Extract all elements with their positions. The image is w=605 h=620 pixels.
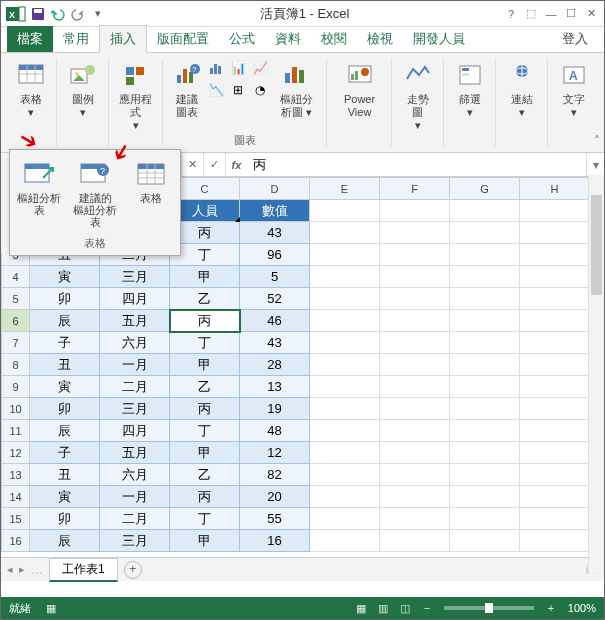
cell[interactable]: 丙 (170, 398, 240, 420)
row-header[interactable]: 7 (2, 332, 30, 354)
cell[interactable] (380, 244, 450, 266)
cell[interactable]: 20 (240, 486, 310, 508)
redo-icon[interactable] (69, 5, 87, 23)
chart-small-6-icon[interactable]: ◔ (250, 80, 270, 100)
cell[interactable] (380, 398, 450, 420)
cell[interactable] (520, 222, 590, 244)
zoom-in-button[interactable]: + (541, 600, 561, 616)
cell[interactable] (380, 288, 450, 310)
cell[interactable] (380, 354, 450, 376)
cell[interactable] (520, 310, 590, 332)
sheet-nav-next-icon[interactable]: ▸ (19, 563, 25, 576)
zoom-level[interactable]: 100% (568, 602, 596, 614)
cell[interactable]: 寅 (30, 486, 100, 508)
cell[interactable] (310, 332, 380, 354)
cell[interactable] (380, 442, 450, 464)
row-header[interactable]: 14 (2, 486, 30, 508)
tab-view[interactable]: 檢視 (357, 26, 403, 52)
cell[interactable] (520, 420, 590, 442)
cell[interactable]: 四月 (100, 420, 170, 442)
tab-formulas[interactable]: 公式 (219, 26, 265, 52)
row-header[interactable]: 16 (2, 530, 30, 552)
cell[interactable]: 43 (240, 332, 310, 354)
col-header-D[interactable]: D (240, 178, 310, 200)
chart-small-2-icon[interactable]: 📊 (228, 58, 248, 78)
cell[interactable] (380, 376, 450, 398)
cell[interactable] (450, 530, 520, 552)
cell[interactable] (380, 222, 450, 244)
macro-record-icon[interactable]: ▦ (41, 600, 61, 616)
cell[interactable]: 5 (240, 266, 310, 288)
login-link[interactable]: 登入 (552, 26, 598, 52)
col-header-E[interactable]: E (310, 178, 380, 200)
cell[interactable] (450, 486, 520, 508)
insert-function-button[interactable]: fx (225, 153, 247, 176)
cell[interactable] (310, 376, 380, 398)
cell[interactable]: 48 (240, 420, 310, 442)
tab-developer[interactable]: 開發人員 (403, 26, 475, 52)
col-header-F[interactable]: F (380, 178, 450, 200)
cell[interactable]: 52 (240, 288, 310, 310)
cell[interactable] (520, 288, 590, 310)
page-break-view-icon[interactable]: ◫ (395, 600, 415, 616)
cell[interactable]: 四月 (100, 288, 170, 310)
chart-small-3-icon[interactable]: 📈 (250, 58, 270, 78)
cell[interactable]: 六月 (100, 464, 170, 486)
cell[interactable] (520, 398, 590, 420)
cell[interactable] (450, 244, 520, 266)
cell[interactable]: 卯 (30, 398, 100, 420)
cell[interactable] (380, 310, 450, 332)
cell[interactable]: 13 (240, 376, 310, 398)
zoom-slider[interactable] (444, 606, 534, 610)
cell[interactable] (380, 420, 450, 442)
cell[interactable] (450, 266, 520, 288)
cell[interactable] (520, 332, 590, 354)
help-icon[interactable]: ? (502, 5, 520, 23)
chart-small-5-icon[interactable]: ⊞ (228, 80, 248, 100)
cell[interactable] (310, 486, 380, 508)
cancel-formula-button[interactable]: ✕ (181, 153, 203, 176)
cell[interactable] (520, 244, 590, 266)
row-header[interactable]: 13 (2, 464, 30, 486)
recommended-charts-button[interactable]: ? 建議圖表 (169, 57, 206, 121)
cell[interactable] (520, 464, 590, 486)
cell[interactable]: 82 (240, 464, 310, 486)
cell[interactable]: 甲 (170, 266, 240, 288)
save-icon[interactable] (29, 5, 47, 23)
minimize-icon[interactable]: — (542, 5, 560, 23)
ribbon-options-icon[interactable]: ⬚ (522, 5, 540, 23)
zoom-out-button[interactable]: − (417, 600, 437, 616)
cell[interactable]: 辰 (30, 530, 100, 552)
recommended-pivot-button[interactable]: ? 建議的樞紐分析表 (69, 154, 121, 230)
filter-button[interactable]: 篩選▾ (450, 57, 490, 121)
cell[interactable] (450, 508, 520, 530)
illustrations-button[interactable]: 圖例▾ (63, 57, 103, 121)
cell[interactable] (450, 442, 520, 464)
active-cell[interactable]: 丙 (170, 310, 240, 332)
qat-customize-icon[interactable]: ▾ (89, 5, 107, 23)
cell[interactable]: 一月 (100, 486, 170, 508)
tables-button[interactable]: 表格▾ (11, 57, 51, 121)
cell[interactable]: 16 (240, 530, 310, 552)
cell[interactable]: 96 (240, 244, 310, 266)
normal-view-icon[interactable]: ▦ (351, 600, 371, 616)
row-header[interactable]: 5 (2, 288, 30, 310)
col-header-G[interactable]: G (450, 178, 520, 200)
cell[interactable]: 子 (30, 332, 100, 354)
collapse-ribbon-icon[interactable]: ˄ (594, 134, 600, 148)
cell[interactable] (520, 486, 590, 508)
cell[interactable] (520, 354, 590, 376)
cell[interactable]: 五月 (100, 310, 170, 332)
accept-formula-button[interactable]: ✓ (203, 153, 225, 176)
row-header[interactable]: 8 (2, 354, 30, 376)
cell[interactable] (450, 222, 520, 244)
cell[interactable]: 甲 (170, 442, 240, 464)
cell[interactable] (380, 530, 450, 552)
cell[interactable]: 43 (240, 222, 310, 244)
cell[interactable]: 一月 (100, 354, 170, 376)
close-icon[interactable]: ✕ (582, 5, 600, 23)
cell[interactable]: 二月 (100, 376, 170, 398)
cell[interactable] (380, 266, 450, 288)
cell[interactable]: 丑 (30, 464, 100, 486)
cell[interactable]: 三月 (100, 266, 170, 288)
